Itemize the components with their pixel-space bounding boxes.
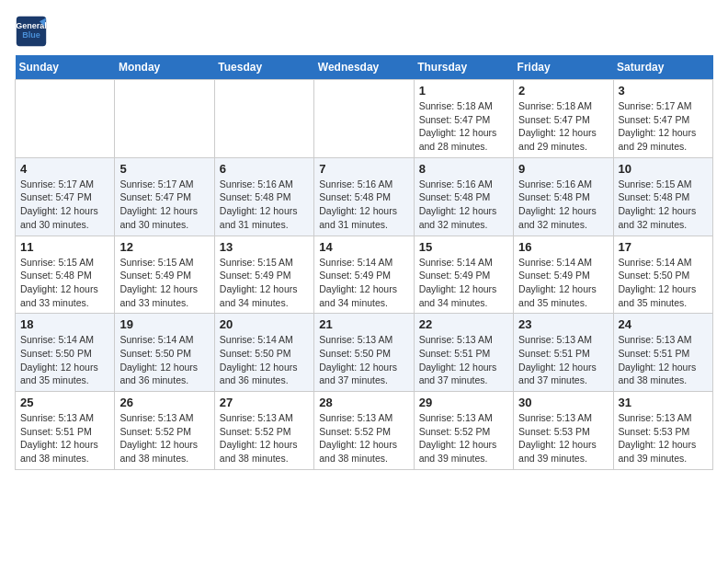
calendar-cell: 11Sunrise: 5:15 AMSunset: 5:48 PMDayligh… — [16, 236, 115, 314]
day-number: 10 — [619, 162, 708, 176]
day-number: 19 — [119, 317, 209, 331]
day-info: Sunrise: 5:15 AMSunset: 5:48 PMDaylight:… — [20, 256, 109, 310]
week-row: 4Sunrise: 5:17 AMSunset: 5:47 PMDaylight… — [16, 157, 713, 236]
day-info: Sunrise: 5:13 AMSunset: 5:51 PMDaylight:… — [619, 333, 708, 387]
day-number: 3 — [619, 84, 708, 98]
calendar-cell: 24Sunrise: 5:13 AMSunset: 5:51 PMDayligh… — [613, 314, 712, 392]
day-info: Sunrise: 5:13 AMSunset: 5:52 PMDaylight:… — [419, 411, 508, 465]
day-info: Sunrise: 5:16 AMSunset: 5:48 PMDaylight:… — [220, 178, 309, 232]
calendar-cell: 7Sunrise: 5:16 AMSunset: 5:48 PMDaylight… — [314, 157, 414, 236]
day-number: 12 — [119, 240, 209, 254]
day-info: Sunrise: 5:13 AMSunset: 5:51 PMDaylight:… — [20, 411, 109, 465]
svg-text:Blue: Blue — [22, 30, 40, 40]
calendar-cell: 16Sunrise: 5:14 AMSunset: 5:49 PMDayligh… — [514, 236, 613, 314]
day-info: Sunrise: 5:18 AMSunset: 5:47 PMDaylight:… — [419, 99, 508, 154]
day-number: 21 — [319, 317, 408, 331]
day-info: Sunrise: 5:15 AMSunset: 5:49 PMDaylight:… — [220, 256, 309, 310]
calendar-cell: 31Sunrise: 5:13 AMSunset: 5:53 PMDayligh… — [613, 392, 712, 470]
calendar-cell: 5Sunrise: 5:17 AMSunset: 5:47 PMDaylight… — [115, 157, 214, 236]
calendar-cell: 15Sunrise: 5:14 AMSunset: 5:49 PMDayligh… — [414, 236, 513, 314]
day-info: Sunrise: 5:14 AMSunset: 5:50 PMDaylight:… — [220, 333, 309, 387]
calendar-cell — [314, 80, 414, 158]
page-header: General Blue — [15, 15, 713, 48]
calendar-cell: 14Sunrise: 5:14 AMSunset: 5:49 PMDayligh… — [314, 236, 414, 314]
day-info: Sunrise: 5:14 AMSunset: 5:49 PMDaylight:… — [419, 256, 508, 310]
day-info: Sunrise: 5:16 AMSunset: 5:48 PMDaylight:… — [518, 178, 608, 232]
day-number: 25 — [20, 396, 109, 409]
day-info: Sunrise: 5:14 AMSunset: 5:49 PMDaylight:… — [518, 256, 608, 310]
calendar-cell — [214, 80, 313, 158]
day-info: Sunrise: 5:17 AMSunset: 5:47 PMDaylight:… — [119, 178, 209, 232]
week-row: 18Sunrise: 5:14 AMSunset: 5:50 PMDayligh… — [16, 314, 713, 392]
calendar-cell: 3Sunrise: 5:17 AMSunset: 5:47 PMDaylight… — [613, 80, 712, 158]
day-number: 8 — [419, 162, 508, 176]
day-number: 7 — [319, 162, 408, 176]
calendar-cell: 2Sunrise: 5:18 AMSunset: 5:47 PMDaylight… — [514, 80, 613, 158]
day-number: 30 — [518, 396, 608, 409]
day-info: Sunrise: 5:15 AMSunset: 5:49 PMDaylight:… — [119, 256, 209, 310]
logo-icon: General Blue — [15, 15, 48, 48]
day-info: Sunrise: 5:13 AMSunset: 5:51 PMDaylight:… — [419, 333, 508, 387]
day-number: 20 — [220, 317, 309, 331]
day-number: 27 — [220, 396, 309, 409]
day-info: Sunrise: 5:13 AMSunset: 5:50 PMDaylight:… — [319, 333, 408, 387]
calendar-cell: 10Sunrise: 5:15 AMSunset: 5:48 PMDayligh… — [613, 157, 712, 236]
col-header-monday: Monday — [115, 55, 214, 80]
calendar-cell: 19Sunrise: 5:14 AMSunset: 5:50 PMDayligh… — [115, 314, 214, 392]
day-number: 2 — [518, 84, 608, 98]
day-number: 29 — [419, 396, 508, 409]
day-info: Sunrise: 5:16 AMSunset: 5:48 PMDaylight:… — [419, 178, 508, 232]
calendar-cell: 27Sunrise: 5:13 AMSunset: 5:52 PMDayligh… — [214, 392, 313, 470]
day-info: Sunrise: 5:17 AMSunset: 5:47 PMDaylight:… — [20, 178, 109, 232]
calendar-cell: 30Sunrise: 5:13 AMSunset: 5:53 PMDayligh… — [514, 392, 613, 470]
calendar-table: SundayMondayTuesdayWednesdayThursdayFrid… — [15, 55, 713, 470]
day-info: Sunrise: 5:13 AMSunset: 5:53 PMDaylight:… — [619, 411, 708, 465]
week-row: 1Sunrise: 5:18 AMSunset: 5:47 PMDaylight… — [16, 80, 713, 158]
day-number: 17 — [619, 240, 708, 254]
day-info: Sunrise: 5:18 AMSunset: 5:47 PMDaylight:… — [518, 99, 608, 154]
calendar-cell: 21Sunrise: 5:13 AMSunset: 5:50 PMDayligh… — [314, 314, 414, 392]
day-info: Sunrise: 5:13 AMSunset: 5:51 PMDaylight:… — [518, 333, 608, 387]
day-number: 16 — [518, 240, 608, 254]
calendar-cell: 4Sunrise: 5:17 AMSunset: 5:47 PMDaylight… — [16, 157, 115, 236]
week-row: 25Sunrise: 5:13 AMSunset: 5:51 PMDayligh… — [16, 392, 713, 470]
calendar-cell: 29Sunrise: 5:13 AMSunset: 5:52 PMDayligh… — [414, 392, 513, 470]
day-number: 15 — [419, 240, 508, 254]
day-info: Sunrise: 5:13 AMSunset: 5:52 PMDaylight:… — [119, 411, 209, 465]
day-number: 6 — [220, 162, 309, 176]
calendar-cell — [16, 80, 115, 158]
day-number: 5 — [119, 162, 209, 176]
calendar-cell: 23Sunrise: 5:13 AMSunset: 5:51 PMDayligh… — [514, 314, 613, 392]
day-info: Sunrise: 5:14 AMSunset: 5:49 PMDaylight:… — [319, 256, 408, 310]
day-number: 26 — [119, 396, 209, 409]
calendar-cell: 26Sunrise: 5:13 AMSunset: 5:52 PMDayligh… — [115, 392, 214, 470]
calendar-cell: 25Sunrise: 5:13 AMSunset: 5:51 PMDayligh… — [16, 392, 115, 470]
calendar-cell: 6Sunrise: 5:16 AMSunset: 5:48 PMDaylight… — [214, 157, 313, 236]
col-header-saturday: Saturday — [613, 55, 712, 80]
day-number: 14 — [319, 240, 408, 254]
calendar-cell: 1Sunrise: 5:18 AMSunset: 5:47 PMDaylight… — [414, 80, 513, 158]
calendar-cell: 17Sunrise: 5:14 AMSunset: 5:50 PMDayligh… — [613, 236, 712, 314]
day-info: Sunrise: 5:14 AMSunset: 5:50 PMDaylight:… — [619, 256, 708, 310]
calendar-cell: 8Sunrise: 5:16 AMSunset: 5:48 PMDaylight… — [414, 157, 513, 236]
day-info: Sunrise: 5:14 AMSunset: 5:50 PMDaylight:… — [20, 333, 109, 387]
col-header-friday: Friday — [514, 55, 613, 80]
day-info: Sunrise: 5:13 AMSunset: 5:52 PMDaylight:… — [319, 411, 408, 465]
logo: General Blue — [15, 15, 48, 48]
day-number: 9 — [518, 162, 608, 176]
day-info: Sunrise: 5:13 AMSunset: 5:53 PMDaylight:… — [518, 411, 608, 465]
col-header-tuesday: Tuesday — [214, 55, 313, 80]
calendar-cell: 20Sunrise: 5:14 AMSunset: 5:50 PMDayligh… — [214, 314, 313, 392]
day-info: Sunrise: 5:14 AMSunset: 5:50 PMDaylight:… — [119, 333, 209, 387]
day-number: 13 — [220, 240, 309, 254]
calendar-cell: 22Sunrise: 5:13 AMSunset: 5:51 PMDayligh… — [414, 314, 513, 392]
week-row: 11Sunrise: 5:15 AMSunset: 5:48 PMDayligh… — [16, 236, 713, 314]
day-number: 31 — [619, 396, 708, 409]
col-header-sunday: Sunday — [16, 55, 115, 80]
day-number: 28 — [319, 396, 408, 409]
col-header-wednesday: Wednesday — [314, 55, 414, 80]
day-info: Sunrise: 5:15 AMSunset: 5:48 PMDaylight:… — [619, 178, 708, 232]
day-number: 24 — [619, 317, 708, 331]
calendar-cell: 28Sunrise: 5:13 AMSunset: 5:52 PMDayligh… — [314, 392, 414, 470]
day-number: 22 — [419, 317, 508, 331]
